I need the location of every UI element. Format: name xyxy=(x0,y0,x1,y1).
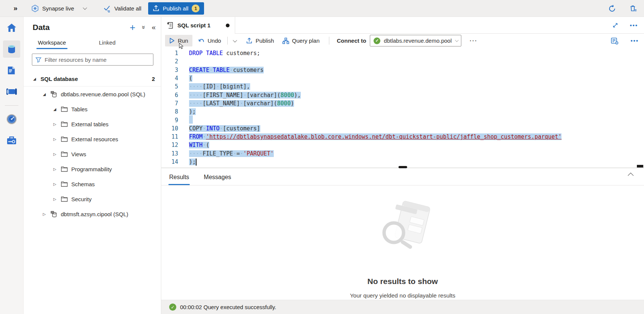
line-content: DROP TABLE customers; xyxy=(189,50,260,57)
publish-button[interactable]: Publish xyxy=(242,35,278,46)
unsaved-changes-dot xyxy=(226,24,230,27)
undo-icon xyxy=(198,38,205,44)
pool-name: dbtlabs.revenue.demo.pool xyxy=(384,37,452,44)
run-play-icon xyxy=(169,37,175,44)
undo-button[interactable]: Undo xyxy=(194,35,225,46)
caret-collapsed-icon[interactable]: ▷ xyxy=(52,167,57,171)
chevron-down-icon xyxy=(233,38,237,42)
tree-item-external-tables[interactable]: ▷External tables xyxy=(24,117,161,132)
empty-title: No results to show xyxy=(368,277,438,286)
caret-collapsed-icon[interactable]: ▷ xyxy=(52,137,57,141)
tree-item-views[interactable]: ▷Views xyxy=(24,147,161,161)
panel-title: Data xyxy=(33,23,50,32)
sidebar-tabs: Workspace Linked xyxy=(24,32,161,49)
line-number: 6 xyxy=(161,92,178,99)
query-status-bar: ✓ 00:00:02 Query executed successfully. xyxy=(161,300,644,314)
toolbar-separator xyxy=(329,37,329,45)
line-content: ····FILE_TYPE·=·'PARQUET' xyxy=(189,150,274,157)
caret-collapsed-icon[interactable]: ▷ xyxy=(42,212,47,216)
collapse-panel-icon[interactable]: « xyxy=(152,23,156,31)
pool-online-check-icon: ✓ xyxy=(374,37,380,44)
query-plan-label: Query plan xyxy=(292,37,320,44)
caret-collapsed-icon[interactable]: ▷ xyxy=(52,182,57,186)
publish-label: Publish xyxy=(255,37,274,44)
tab-linked[interactable]: Linked xyxy=(98,37,116,49)
database-icon xyxy=(50,91,57,98)
line-number: 13 xyxy=(161,150,178,157)
tree-label: SQL database xyxy=(41,76,78,82)
code-line-6: 6····[FIRST_NAME]·[varchar](8000), xyxy=(161,91,644,99)
line-content xyxy=(189,115,193,125)
line-content: ); xyxy=(189,158,197,166)
pool-selector-dropdown[interactable]: ✓ dbtlabs.revenue.demo.pool xyxy=(370,35,461,46)
caret-collapsed-icon[interactable]: ▷ xyxy=(52,197,57,201)
caret-expanded-icon[interactable]: ◢ xyxy=(52,107,57,111)
main-editor-area: SQL script 1 ••• Run xyxy=(161,17,644,314)
tree-label: Programmability xyxy=(71,166,112,172)
line-number: 8 xyxy=(161,108,178,115)
status-time: 00:00:02 xyxy=(180,304,202,310)
tab-workspace[interactable]: Workspace xyxy=(37,37,67,49)
tree-item-dbtlabs-revenue-demo-pool-sql-[interactable]: ◢dbtlabs.revenue.demo.pool (SQL) xyxy=(24,87,161,102)
synapse-studio-window: » Synapse live Validate all Publish all … xyxy=(0,0,644,314)
line-content: WITH·( xyxy=(189,142,209,148)
line-number: 4 xyxy=(161,75,178,82)
collapse-all-icon[interactable]: » xyxy=(140,25,147,29)
discard-all-icon[interactable] xyxy=(629,4,637,13)
expand-nav-icon[interactable]: » xyxy=(14,4,17,12)
tree-item-sql-database[interactable]: ◢ SQL database 2 xyxy=(24,72,161,87)
code-line-10: 10COPY·INTO·[customers] xyxy=(161,124,644,133)
line-number: 12 xyxy=(161,142,178,148)
caret-expanded-icon[interactable]: ◢ xyxy=(42,92,47,96)
publish-count-badge: 1 xyxy=(192,4,200,12)
tab-results[interactable]: Results xyxy=(168,174,190,185)
tree-item-security[interactable]: ▷Security xyxy=(24,191,161,206)
expand-editor-icon[interactable] xyxy=(612,22,618,28)
editor-more-icon[interactable]: ••• xyxy=(630,37,639,44)
mode-selector[interactable]: Synapse live xyxy=(27,2,90,15)
tree-label: Schemas xyxy=(71,181,95,187)
collapse-results-icon[interactable] xyxy=(628,173,634,179)
publish-all-button[interactable]: Publish all 1 xyxy=(148,2,204,15)
tree-item-programmability[interactable]: ▷Programmability xyxy=(24,161,161,176)
add-resource-button[interactable]: + xyxy=(130,24,135,31)
run-options-dropdown[interactable] xyxy=(230,35,239,46)
publish-all-label: Publish all xyxy=(163,5,188,12)
line-number: 11 xyxy=(161,133,178,140)
nav-manage[interactable] xyxy=(3,132,20,149)
nav-monitor[interactable] xyxy=(3,111,20,128)
tree-item-tables[interactable]: ◢Tables xyxy=(24,102,161,117)
toolbar-separator xyxy=(227,37,228,45)
tab-messages[interactable]: Messages xyxy=(203,174,232,185)
line-number: 1 xyxy=(161,50,178,57)
caret-expanded-icon[interactable]: ◢ xyxy=(32,77,37,81)
editor-scrollbar-thumb[interactable] xyxy=(637,165,643,167)
tree-item-external-resources[interactable]: ▷External resources xyxy=(24,132,161,147)
filter-resources-input[interactable] xyxy=(45,57,150,63)
code-line-5: 5····[ID]·[bigint], xyxy=(161,82,644,91)
caret-collapsed-icon[interactable]: ▷ xyxy=(52,152,57,156)
tree-label: Views xyxy=(71,151,86,157)
code-line-1: 1DROP TABLE customers; xyxy=(161,49,644,57)
tab-more-options-icon[interactable]: ••• xyxy=(630,22,638,28)
folder-icon xyxy=(61,181,68,187)
tree-label: dbtmsft.azsyn.cipool (SQL) xyxy=(61,211,128,217)
nav-integrate[interactable] xyxy=(3,83,20,100)
toolbar-more-icon[interactable]: ··· xyxy=(470,37,477,44)
sql-code-editor[interactable]: 1DROP TABLE customers;23CREATE·TABLE·cus… xyxy=(161,48,644,167)
validate-all-button[interactable]: Validate all xyxy=(99,2,145,15)
tab-sql-script-1[interactable]: SQL script 1 xyxy=(161,17,235,34)
nav-home[interactable] xyxy=(3,19,20,36)
refresh-icon[interactable] xyxy=(608,4,616,13)
tree-item-schemas[interactable]: ▷Schemas xyxy=(24,176,161,191)
properties-icon[interactable] xyxy=(611,37,618,45)
code-line-12: 12WITH·( xyxy=(161,141,644,149)
tree-item-dbtmsft-azsyn-cipool-sql-[interactable]: ▷dbtmsft.azsyn.cipool (SQL) xyxy=(24,206,161,221)
code-line-4: 4( xyxy=(161,74,644,82)
nav-develop[interactable] xyxy=(3,62,20,79)
sql-script-icon xyxy=(167,21,174,29)
run-button[interactable]: Run xyxy=(165,35,192,46)
nav-data[interactable] xyxy=(3,40,20,58)
caret-collapsed-icon[interactable]: ▷ xyxy=(52,122,57,126)
query-plan-button[interactable]: Query plan xyxy=(278,35,324,46)
